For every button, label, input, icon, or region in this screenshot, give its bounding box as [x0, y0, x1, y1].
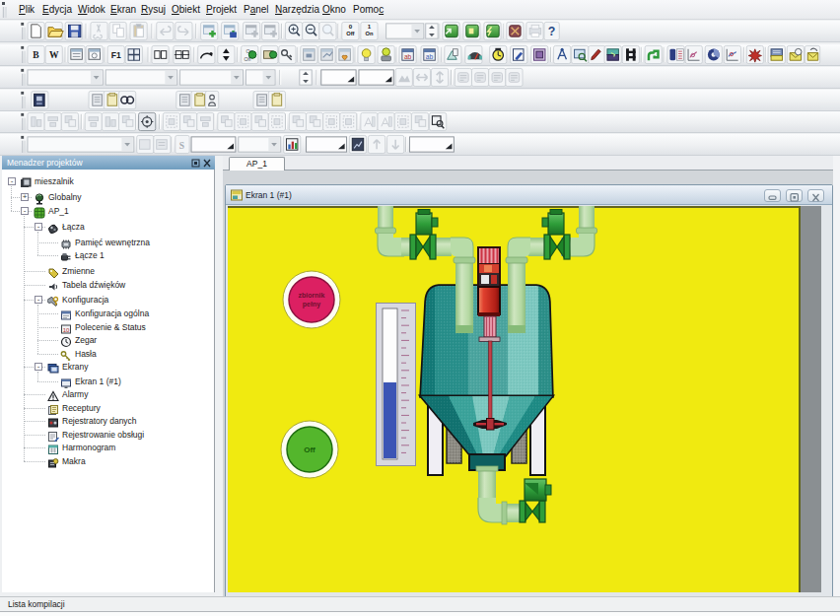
svg-text:10: 10	[63, 327, 70, 333]
svg-text:pełny: pełny	[303, 301, 320, 308]
svg-text:ab: ab	[404, 53, 412, 60]
svg-text:S: S	[179, 140, 184, 151]
svg-text:?: ?	[548, 25, 556, 38]
svg-text:Off: Off	[304, 445, 315, 454]
svg-text:ab: ab	[426, 53, 434, 60]
svg-text:0: 0	[349, 23, 353, 30]
svg-text:F1: F1	[111, 50, 121, 60]
svg-text:1: 1	[368, 23, 372, 30]
svg-text:On: On	[365, 31, 373, 36]
svg-text:zbiornik: zbiornik	[299, 292, 325, 299]
svg-text:W: W	[49, 49, 59, 60]
svg-text:B: B	[33, 49, 39, 60]
svg-text:Off: Off	[346, 31, 354, 36]
